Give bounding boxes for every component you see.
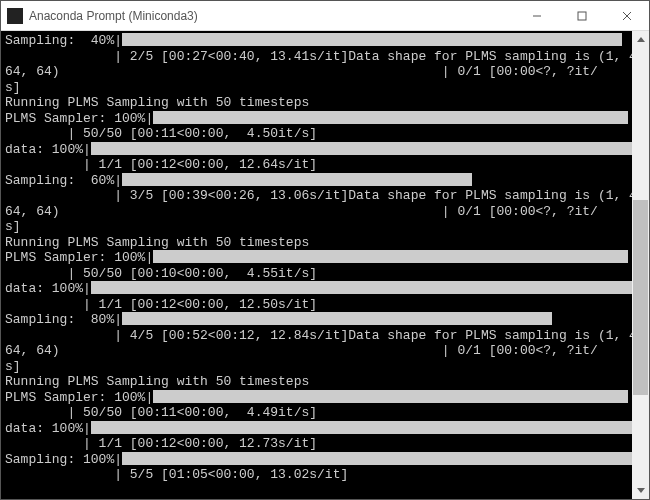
- log-line: data: 100%|: [5, 142, 91, 157]
- log-line: Sampling: 40%|: [5, 33, 122, 48]
- log-line: | 1/1 [00:12<00:00, 12.73s/it]: [5, 436, 317, 451]
- svg-marker-5: [637, 488, 645, 493]
- window-title: Anaconda Prompt (Miniconda3): [29, 9, 514, 23]
- scroll-thumb[interactable]: [633, 200, 648, 395]
- progress-bar: [91, 421, 632, 434]
- progress-bar: [122, 33, 622, 46]
- log-line: data: 100%|: [5, 281, 91, 296]
- log-line: s]: [5, 359, 21, 374]
- log-line: Sampling: 80%|: [5, 312, 122, 327]
- log-line: Running PLMS Sampling with 50 timesteps: [5, 95, 309, 110]
- log-line: | 50/50 [00:10<00:00, 4.55it/s]: [5, 266, 317, 281]
- log-line: 64, 64) | 0/1 [00:00<?, ?it/: [5, 64, 598, 79]
- progress-bar: [153, 390, 628, 403]
- vertical-scrollbar[interactable]: [632, 31, 649, 499]
- svg-rect-1: [578, 12, 586, 20]
- close-button[interactable]: [604, 1, 649, 31]
- log-line: | 50/50 [00:11<00:00, 4.50it/s]: [5, 126, 317, 141]
- progress-bar: [91, 142, 632, 155]
- app-icon: [7, 8, 23, 24]
- window-frame: Anaconda Prompt (Miniconda3) Sampling: 4…: [0, 0, 650, 500]
- log-line: 64, 64) | 0/1 [00:00<?, ?it/: [5, 204, 598, 219]
- progress-bar: [153, 111, 628, 124]
- log-line: | 5/5 [01:05<00:00, 13.02s/it]: [5, 467, 348, 482]
- progress-bar: [91, 281, 632, 294]
- log-line: PLMS Sampler: 100%|: [5, 250, 153, 265]
- log-line: data: 100%|: [5, 421, 91, 436]
- log-line: | 2/5 [00:27<00:40, 13.41s/it]Data shape…: [5, 49, 632, 64]
- maximize-button[interactable]: [559, 1, 604, 31]
- progress-bar: [122, 452, 632, 465]
- minimize-button[interactable]: [514, 1, 559, 31]
- log-line: 64, 64) | 0/1 [00:00<?, ?it/: [5, 343, 598, 358]
- terminal-output[interactable]: Sampling: 40%| | 2/5 [00:27<00:40, 13.41…: [1, 31, 632, 499]
- log-line: | 1/1 [00:12<00:00, 12.64s/it]: [5, 157, 317, 172]
- titlebar[interactable]: Anaconda Prompt (Miniconda3): [1, 1, 649, 31]
- log-line: Sampling: 60%|: [5, 173, 122, 188]
- scroll-track[interactable]: [632, 48, 649, 482]
- log-line: | 1/1 [00:12<00:00, 12.50s/it]: [5, 297, 317, 312]
- log-line: Running PLMS Sampling with 50 timesteps: [5, 235, 309, 250]
- log-line: Running PLMS Sampling with 50 timesteps: [5, 374, 309, 389]
- progress-bar: [122, 312, 552, 325]
- progress-bar: [122, 173, 472, 186]
- log-line: | 3/5 [00:39<00:26, 13.06s/it]Data shape…: [5, 188, 632, 203]
- log-line: PLMS Sampler: 100%|: [5, 390, 153, 405]
- log-line: s]: [5, 219, 21, 234]
- log-line: Sampling: 100%|: [5, 452, 122, 467]
- log-line: s]: [5, 80, 21, 95]
- log-line: | 50/50 [00:11<00:00, 4.49it/s]: [5, 405, 317, 420]
- scroll-up-button[interactable]: [632, 31, 649, 48]
- log-line: PLMS Sampler: 100%|: [5, 111, 153, 126]
- terminal-area: Sampling: 40%| | 2/5 [00:27<00:40, 13.41…: [1, 31, 649, 499]
- svg-marker-4: [637, 37, 645, 42]
- log-line: | 4/5 [00:52<00:12, 12.84s/it]Data shape…: [5, 328, 632, 343]
- scroll-down-button[interactable]: [632, 482, 649, 499]
- progress-bar: [153, 250, 628, 263]
